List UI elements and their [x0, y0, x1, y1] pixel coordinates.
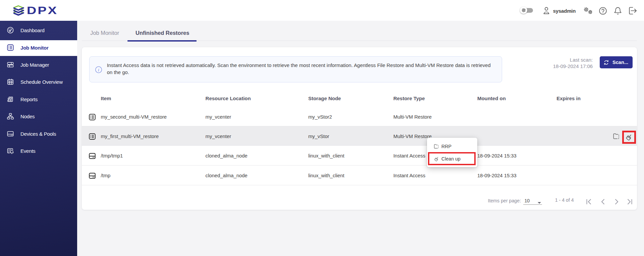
svg-text:DPX: DPX [27, 5, 58, 16]
svg-text:i: i [98, 67, 99, 72]
